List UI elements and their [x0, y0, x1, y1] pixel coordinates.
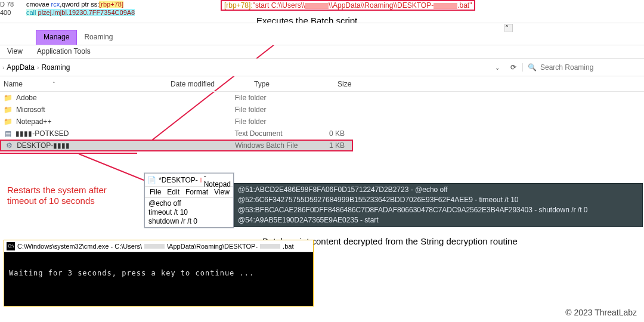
notepad-body[interactable]: @echo off timeout /t 10 shutdown /r /t 0	[145, 198, 233, 227]
ribbon-tab-apptools[interactable]: Application Tools	[30, 46, 98, 57]
cmd-body[interactable]: Waiting for 3 seconds, press a key to co…	[4, 252, 313, 306]
disassembly-snippet: D 78 400 cmovae rcx,qword ptr ss:[rbp+78…	[0, 0, 215, 17]
ribbon-tab-manage[interactable]: Manage	[36, 30, 77, 45]
cmd-window: C:\ C:\Windows\system32\cmd.exe - C:\Use…	[4, 240, 314, 306]
decrypted-row: @53:BFBCACAE286F0DFF8486486C7D8FADAF8066…	[238, 205, 639, 215]
explorer-ribbon: Manage Roaming View Application Tools	[0, 23, 644, 45]
col-date[interactable]: Date modified	[171, 80, 254, 88]
file-type: File folder	[235, 106, 309, 114]
cmd-title-text: .bat	[283, 243, 293, 250]
asm-line: call plzej.imjbi.19230.7FF7354C09A8	[26, 8, 212, 17]
cmd-title-text: C:\Windows\system32\cmd.exe - C:\Users\	[17, 243, 142, 250]
file-row[interactable]: 📁 Microsoft File folder	[0, 104, 352, 116]
col-size[interactable]: Size	[338, 80, 385, 88]
copyright-text: © 2023 ThreatLabz	[565, 308, 637, 317]
file-type: File folder	[235, 117, 309, 126]
asm-line: cmovae rcx,qword ptr ss:[rbp+78]	[26, 0, 212, 8]
menu-file[interactable]: File	[147, 188, 163, 196]
notepad-menubar: File Edit Format View	[145, 187, 233, 198]
sort-caret-icon: ˄	[52, 81, 55, 87]
decrypted-strings-panel: @51:ABCD2E486E98F8FA06F0D15712247D2B2723…	[234, 183, 643, 227]
file-row[interactable]: 📁 Adobe File folder	[0, 92, 352, 104]
col-name[interactable]: Name˄	[4, 80, 171, 88]
asm-gutter: D 78 400	[0, 0, 14, 17]
file-size: 0 KB	[309, 129, 352, 138]
folder-icon: 📁	[4, 117, 13, 126]
breadcrumb-bar: › AppData › Roaming ⌄ ⟳ 🔍	[0, 58, 644, 76]
folder-icon: 📁	[4, 93, 13, 103]
folder-icon: 📁	[4, 105, 13, 114]
decrypted-row: @54:A9AB5E190D2A7365E9AE0235 - start	[238, 215, 639, 225]
cmd-titlebar[interactable]: C:\ C:\Windows\system32\cmd.exe - C:\Use…	[4, 240, 313, 252]
col-type[interactable]: Type	[254, 80, 338, 88]
notepad-title: - Notepad	[204, 172, 231, 188]
notepad-titlebar[interactable]: 📄 *DESKTOP- - Notepad	[145, 174, 233, 187]
ribbon-tab-view[interactable]: View	[0, 46, 30, 57]
search-box[interactable]: 🔍	[522, 63, 642, 72]
notepad-icon: 📄	[147, 176, 156, 184]
file-size: 1 KB	[309, 141, 352, 150]
breadcrumb-segment[interactable]: Roaming	[39, 63, 72, 72]
column-headers: Name˄ Date modified Type Size	[0, 76, 644, 92]
notepad-title: *DESKTOP-	[159, 176, 198, 184]
file-name: Microsoft	[16, 106, 161, 114]
file-list: 📁 Adobe File folder 📁 Microsoft File fol…	[0, 92, 352, 151]
ribbon-tab-roaming[interactable]: Roaming	[77, 30, 120, 45]
document-icon: ▤	[4, 129, 12, 138]
search-input[interactable]	[540, 63, 630, 72]
cmd-icon: C:\	[7, 242, 15, 250]
breadcrumb-history-dropdown[interactable]: ⌄	[490, 64, 504, 71]
file-type: Windows Batch File	[235, 141, 309, 150]
file-row[interactable]: 📁 Notepad++ File folder	[0, 116, 352, 128]
decrypted-row: @52:6C6F34275755D5927684999B155233642BDD…	[238, 195, 639, 205]
asm-addr: 400	[0, 8, 14, 17]
file-row-selected[interactable]: ⚙ DESKTOP-▮▮▮▮ Windows Batch File 1 KB	[0, 140, 353, 151]
notepad-window: 📄 *DESKTOP- - Notepad File Edit Format V…	[144, 173, 234, 228]
file-type: Text Document	[234, 129, 308, 138]
menu-view[interactable]: View	[212, 188, 232, 196]
menu-format[interactable]: Format	[183, 188, 210, 196]
asm-addr: D 78	[0, 0, 14, 8]
menu-edit[interactable]: Edit	[165, 188, 182, 196]
file-name: ▮▮▮▮-POTKSED	[16, 129, 160, 138]
annotation-restarts: Restarts the system after timeout of 10 …	[7, 185, 107, 206]
ribbon-collapse-chevron[interactable]: ˄	[504, 24, 513, 32]
breadcrumb-segment[interactable]: AppData	[4, 63, 37, 72]
file-row[interactable]: ▤ ▮▮▮▮-POTKSED Text Document 0 KB	[0, 128, 352, 140]
file-name: DESKTOP-▮▮▮▮	[17, 141, 161, 150]
file-type: File folder	[235, 94, 309, 102]
file-name: Notepad++	[16, 117, 161, 126]
callout-line	[0, 153, 137, 154]
batch-file-icon: ⚙	[5, 141, 13, 150]
search-icon: 🔍	[528, 63, 537, 72]
file-name: Adobe	[16, 94, 161, 102]
refresh-icon[interactable]: ⟳	[504, 63, 522, 72]
rbp-string-box: [rbp+78]:"start C:\\Users\\\\AppData\\Ro…	[221, 0, 475, 11]
cmd-title-text: \AppData\Roaming\DESKTOP-	[167, 243, 258, 250]
decrypted-row: @51:ABCD2E486E98F8FA06F0D15712247D2B2723…	[238, 185, 639, 195]
